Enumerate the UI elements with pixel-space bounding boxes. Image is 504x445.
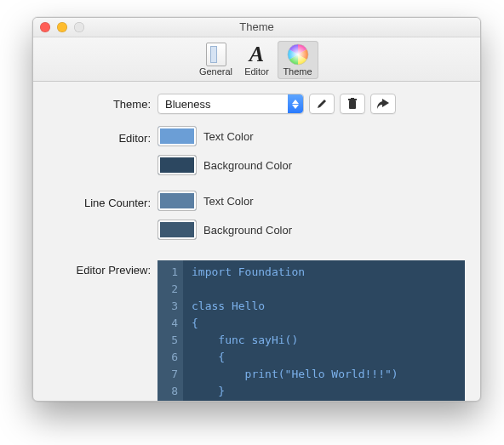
titlebar: Theme <box>33 18 480 37</box>
content-area: Theme: Blueness <box>33 82 480 402</box>
font-icon: A <box>249 43 264 66</box>
line-counter-section-label: Line Counter: <box>49 197 158 209</box>
toolbar: General A Editor <box>33 37 480 82</box>
gutter-bg-color-label: Background Color <box>203 224 292 237</box>
theme-select[interactable]: Blueness <box>158 94 304 114</box>
delete-theme-button[interactable] <box>340 94 365 114</box>
minimize-window-button[interactable] <box>57 22 67 32</box>
gutter-bg-color-swatch[interactable] <box>158 220 197 240</box>
edit-theme-button[interactable] <box>309 94 335 114</box>
gutter-text-color-swatch[interactable] <box>158 191 197 211</box>
preview-gutter: 1 2 3 4 5 6 7 8 <box>158 260 183 402</box>
editor-bg-color-label: Background Color <box>203 159 292 172</box>
preferences-window: Theme General A Editor <box>32 17 481 402</box>
general-icon <box>206 43 226 66</box>
tab-general[interactable]: General <box>196 41 237 79</box>
color-wheel-icon <box>287 43 309 66</box>
preview-code: import Foundation class Hello { func say… <box>183 260 405 402</box>
select-arrows-icon <box>288 94 303 113</box>
share-theme-button[interactable] <box>370 94 396 114</box>
svg-rect-4 <box>351 98 354 100</box>
window-title: Theme <box>239 20 273 33</box>
share-arrow-icon <box>377 99 389 109</box>
editor-text-color-label: Text Color <box>203 130 254 143</box>
svg-rect-2 <box>349 100 356 109</box>
gutter-text-color-label: Text Color <box>203 195 254 208</box>
tab-theme-label: Theme <box>278 66 318 77</box>
theme-label: Theme: <box>49 98 158 111</box>
editor-bg-color-swatch[interactable] <box>158 155 197 175</box>
tab-general-label: General <box>196 66 237 77</box>
trash-icon <box>347 98 358 110</box>
pencil-icon <box>316 98 328 110</box>
window-controls <box>40 22 84 32</box>
editor-preview-label: Editor Preview: <box>49 260 158 402</box>
editor-preview: 1 2 3 4 5 6 7 8 import Foundation class … <box>158 260 465 402</box>
editor-text-color-swatch[interactable] <box>158 126 197 146</box>
close-window-button[interactable] <box>40 22 50 32</box>
theme-select-value: Blueness <box>158 98 288 111</box>
tab-theme[interactable]: Theme <box>278 41 318 79</box>
tab-editor-label: Editor <box>237 66 278 77</box>
zoom-window-button[interactable] <box>74 22 84 32</box>
editor-section-label: Editor: <box>49 132 158 145</box>
tab-editor[interactable]: A Editor <box>237 41 278 79</box>
